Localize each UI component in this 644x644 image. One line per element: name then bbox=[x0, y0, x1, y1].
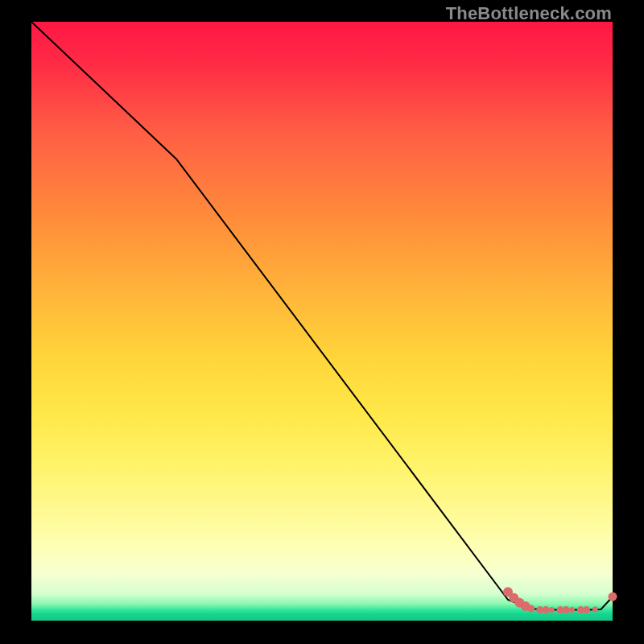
chart-marker bbox=[609, 592, 617, 601]
chart-stage: TheBottleneck.com bbox=[0, 0, 644, 644]
chart-overlay bbox=[0, 0, 644, 644]
chart-line bbox=[31, 22, 613, 610]
chart-marker bbox=[549, 607, 555, 613]
chart-marker bbox=[569, 607, 575, 613]
chart-group bbox=[31, 22, 617, 613]
chart-marker bbox=[543, 606, 550, 613]
chart-marker bbox=[527, 605, 535, 613]
chart-marker bbox=[563, 606, 570, 613]
chart-marker bbox=[592, 606, 598, 612]
chart-marker bbox=[583, 606, 590, 613]
